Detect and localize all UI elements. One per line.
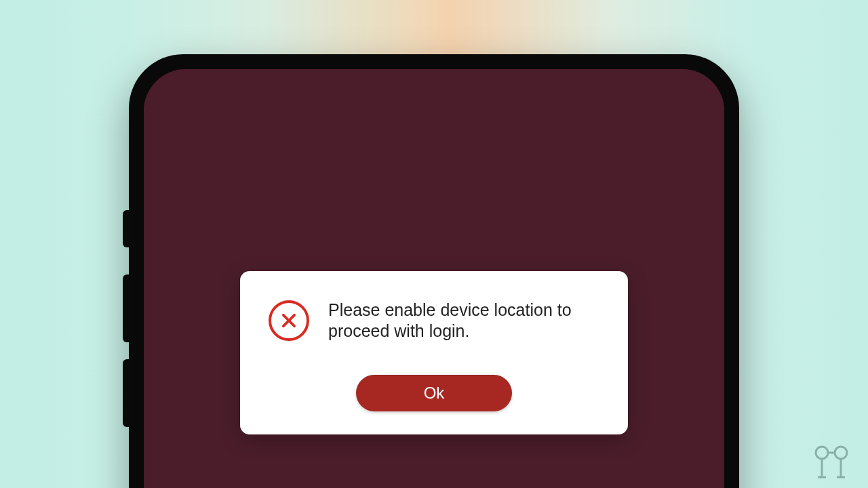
phone-side-button bbox=[123, 210, 129, 247]
brand-wordmark: IndiaPost PaymentsBank Aapka bank, aapke… bbox=[446, 125, 614, 210]
watermark-icon bbox=[808, 443, 856, 479]
brand-header: IndiaPost PaymentsBank Aapka bank, aapke… bbox=[144, 100, 724, 235]
phone-frame: IndiaPost PaymentsBank Aapka bank, aapke… bbox=[129, 54, 739, 488]
svg-point-2 bbox=[816, 447, 828, 459]
brand-tagline: Aapka bank, aapke dwaar. bbox=[446, 197, 614, 210]
brand-word-india: India bbox=[446, 135, 481, 153]
error-dialog: Please enable device location to proceed… bbox=[240, 271, 628, 434]
logo-swoosh-icon bbox=[248, 153, 464, 243]
brand-logo bbox=[254, 100, 431, 235]
svg-point-3 bbox=[835, 447, 847, 459]
mpin-input[interactable] bbox=[205, 476, 663, 488]
logo-swoosh-icon bbox=[238, 142, 460, 233]
logo-swoosh-icon bbox=[258, 164, 467, 253]
brand-word-bank: Bank bbox=[522, 155, 595, 188]
phone-volume-down bbox=[123, 359, 129, 427]
ok-button[interactable]: Ok bbox=[356, 375, 512, 411]
error-icon bbox=[269, 300, 309, 341]
brand-word-post: Post bbox=[485, 123, 549, 156]
logo-sun-icon bbox=[315, 127, 417, 228]
app-screen: IndiaPost PaymentsBank Aapka bank, aapke… bbox=[144, 69, 724, 488]
mpin-field-label: MP bbox=[184, 390, 214, 412]
illustration-canvas: IndiaPost PaymentsBank Aapka bank, aapke… bbox=[0, 0, 868, 488]
phone-volume-up bbox=[123, 274, 129, 342]
dialog-message: Please enable device location to proceed… bbox=[328, 300, 599, 342]
brand-word-payments: Payments bbox=[446, 167, 518, 186]
